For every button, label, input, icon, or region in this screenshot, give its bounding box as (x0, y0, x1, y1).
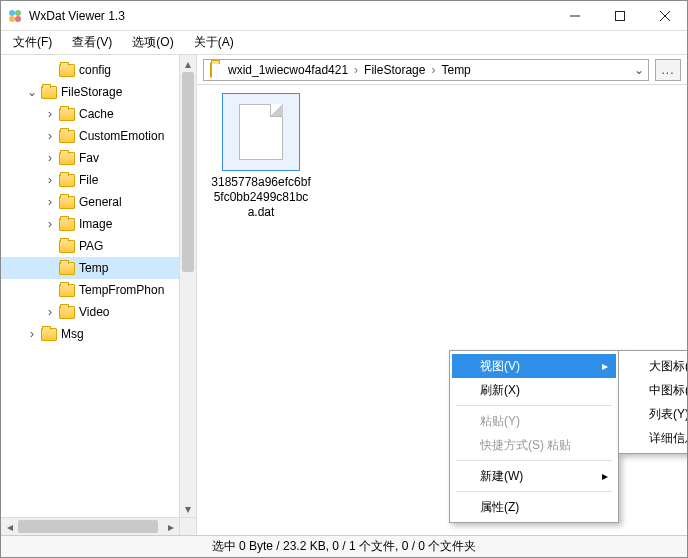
tree-item-label: config (79, 63, 111, 77)
tree-item-label: Cache (79, 107, 114, 121)
tree-item[interactable]: ›Cache (1, 103, 196, 125)
context-menu-item-label: 详细信息(Z) (649, 430, 688, 447)
menu-separator (456, 491, 612, 492)
context-menu-item[interactable]: 视图(V)▸ (452, 354, 616, 378)
folder-icon (59, 218, 75, 231)
breadcrumb-segment[interactable]: FileStorage (364, 63, 425, 77)
tree-item[interactable]: ⌄FileStorage (1, 81, 196, 103)
context-menu-item-label: 刷新(X) (480, 382, 520, 399)
scroll-hthumb[interactable] (18, 520, 158, 533)
file-item[interactable]: 3185778a96efc6bf5fc0bb2499c81bca.dat (211, 93, 311, 220)
tree-item[interactable]: ›Fav (1, 147, 196, 169)
tree-item[interactable]: ›Image (1, 213, 196, 235)
tree-item[interactable]: TempFromPhon (1, 279, 196, 301)
breadcrumb-segment[interactable]: wxid_1wiecwo4fad421 (228, 63, 348, 77)
scrollbar-corner (179, 517, 196, 535)
chevron-right-icon[interactable]: › (43, 129, 57, 143)
close-button[interactable] (642, 1, 687, 30)
chevron-right-icon[interactable]: › (43, 107, 57, 121)
folder-icon (59, 284, 75, 297)
chevron-down-icon[interactable]: ⌄ (25, 85, 39, 99)
context-menu-item[interactable]: 详细信息(Z) (621, 426, 688, 450)
context-menu-item-label: 中图标(X) (649, 382, 688, 399)
tree-item[interactable]: config (1, 59, 196, 81)
chevron-right-icon[interactable]: › (43, 217, 57, 231)
folder-icon (59, 196, 75, 209)
sidebar-horizontal-scrollbar[interactable]: ◂ ▸ (1, 517, 179, 535)
context-menu-item[interactable]: 列表(Y) (621, 402, 688, 426)
context-menu-item: 粘贴(Y) (452, 409, 616, 433)
context-menu-item[interactable]: 大图标(W) (621, 354, 688, 378)
folder-icon (59, 64, 75, 77)
address-dropdown-icon[interactable]: ⌄ (634, 63, 644, 77)
tree-item[interactable]: ›Msg (1, 323, 196, 345)
scroll-thumb[interactable] (182, 72, 194, 272)
tree-item-label: CustomEmotion (79, 129, 164, 143)
context-submenu-view: 大图标(W)中图标(X)列表(Y)详细信息(Z) (618, 350, 688, 454)
minimize-button[interactable] (552, 1, 597, 30)
sidebar-vertical-scrollbar[interactable]: ▴ ▾ (179, 55, 196, 517)
svg-point-2 (9, 16, 15, 22)
folder-icon (41, 328, 57, 341)
context-menu-item[interactable]: 刷新(X) (452, 378, 616, 402)
breadcrumb-segment[interactable]: Temp (441, 63, 470, 77)
scroll-up-button[interactable]: ▴ (180, 55, 196, 72)
document-icon (239, 104, 283, 160)
tree-item-label: Video (79, 305, 109, 319)
menu-about[interactable]: 关于(A) (190, 32, 238, 53)
context-menu-item[interactable]: 新建(W)▸ (452, 464, 616, 488)
tree-item-label: TempFromPhon (79, 283, 164, 297)
context-menu-item-label: 视图(V) (480, 358, 520, 375)
menu-separator (456, 405, 612, 406)
chevron-right-icon[interactable]: › (43, 305, 57, 319)
window-title: WxDat Viewer 1.3 (29, 9, 552, 23)
chevron-right-icon[interactable]: › (43, 151, 57, 165)
chevron-right-icon[interactable]: › (43, 195, 57, 209)
folder-icon (59, 130, 75, 143)
menu-view[interactable]: 查看(V) (68, 32, 116, 53)
title-bar: WxDat Viewer 1.3 (1, 1, 687, 31)
svg-point-1 (15, 10, 21, 16)
tree-item[interactable]: ›CustomEmotion (1, 125, 196, 147)
breadcrumb-field[interactable]: wxid_1wiecwo4fad421 › FileStorage › Temp… (203, 59, 649, 81)
context-menu-item[interactable]: 属性(Z) (452, 495, 616, 519)
tree-item-label: General (79, 195, 122, 209)
file-name-label: 3185778a96efc6bf5fc0bb2499c81bca.dat (211, 175, 311, 220)
tree-item-label: PAG (79, 239, 103, 253)
chevron-right-icon[interactable]: › (43, 173, 57, 187)
status-bar: 选中 0 Byte / 23.2 KB, 0 / 1 个文件, 0 / 0 个文… (1, 535, 687, 557)
svg-point-0 (9, 10, 15, 16)
scroll-down-button[interactable]: ▾ (180, 500, 196, 517)
folder-icon (59, 306, 75, 319)
address-overflow-button[interactable]: ... (655, 59, 681, 81)
tree-item[interactable]: Temp (1, 257, 196, 279)
folder-icon (59, 240, 75, 253)
context-menu: 视图(V)▸刷新(X)粘贴(Y)快捷方式(S) 粘贴新建(W)▸属性(Z) (449, 350, 619, 523)
context-menu-item: 快捷方式(S) 粘贴 (452, 433, 616, 457)
maximize-button[interactable] (597, 1, 642, 30)
folder-icon (59, 262, 75, 275)
menu-options[interactable]: 选项(O) (128, 32, 177, 53)
menu-separator (456, 460, 612, 461)
address-bar: wxid_1wiecwo4fad421 › FileStorage › Temp… (197, 55, 687, 85)
chevron-right-icon[interactable]: › (25, 327, 39, 341)
scroll-right-button[interactable]: ▸ (162, 518, 179, 535)
folder-icon (59, 174, 75, 187)
menu-file[interactable]: 文件(F) (9, 32, 56, 53)
tree-item[interactable]: ›Video (1, 301, 196, 323)
tree-item[interactable]: ›General (1, 191, 196, 213)
svg-point-3 (15, 16, 21, 22)
app-icon (7, 8, 23, 24)
context-menu-item[interactable]: 中图标(X) (621, 378, 688, 402)
tree-item[interactable]: ›File (1, 169, 196, 191)
tree-item-label: Msg (61, 327, 84, 341)
submenu-arrow-icon: ▸ (602, 469, 608, 483)
file-content-pane[interactable]: 3185778a96efc6bf5fc0bb2499c81bca.dat 视图(… (197, 85, 687, 535)
tree-item[interactable]: PAG (1, 235, 196, 257)
tree-item-label: File (79, 173, 98, 187)
chevron-right-icon: › (431, 63, 435, 77)
svg-rect-4 (615, 11, 624, 20)
tree-item-label: Image (79, 217, 112, 231)
folder-icon (41, 86, 57, 99)
scroll-left-button[interactable]: ◂ (1, 518, 18, 535)
